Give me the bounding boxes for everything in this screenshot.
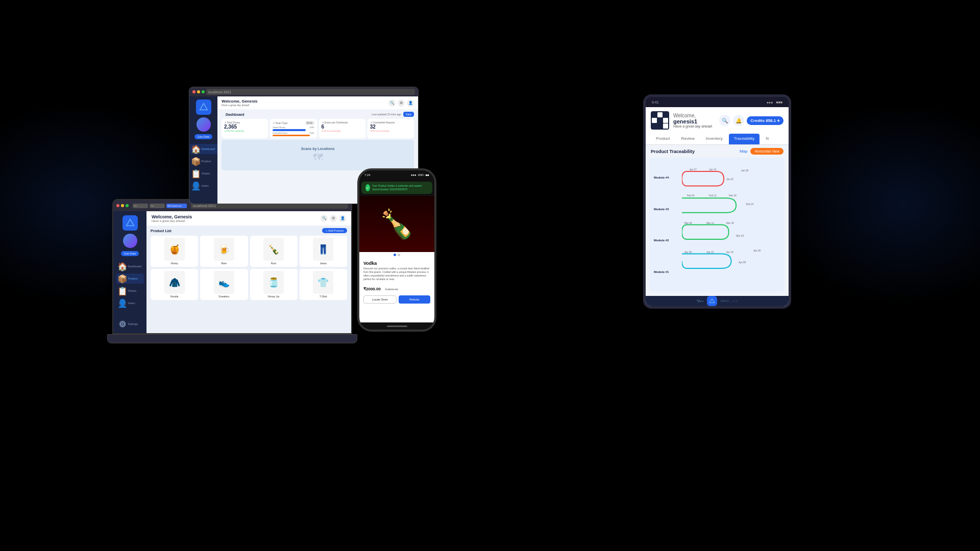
laptop-profile-btn[interactable]: 👤 xyxy=(339,215,346,222)
tab-active[interactable]: NID Dashboard xyxy=(166,204,187,208)
rum-image: 🍾 xyxy=(263,238,284,261)
profile-button[interactable]: 👤 xyxy=(407,99,414,107)
phone-mockup: 7:24 ●●● WiFi ■■ ✓ Your Product Vodka is… xyxy=(357,168,436,332)
price-row: ₹2000.00 ₹2500.00 xyxy=(363,283,430,292)
laptop-settings-item[interactable]: ⚙ Settings xyxy=(116,319,144,329)
settings-button[interactable]: ⚙ xyxy=(398,99,405,107)
stats-row: ↗ Total Scans 2,365 +2.4% from yesterday… xyxy=(217,119,418,138)
unsealed-bar xyxy=(273,135,310,137)
laptop-product-item[interactable]: 📦 Product xyxy=(116,273,144,284)
product-original-price: ₹2500.00 xyxy=(385,288,398,291)
laptop-dashboard-label: Dashboard xyxy=(128,265,142,268)
vodka-bottle-icon: 🍾 xyxy=(379,208,414,241)
tab-review[interactable]: Review xyxy=(676,134,700,144)
tablet-content: Welcome, genesis1 Have a great day ahead… xyxy=(646,107,789,306)
dashboard-header: Welcome, Genesis Have a great day ahead!… xyxy=(217,96,418,109)
add-product-button[interactable]: + Add Product xyxy=(322,228,347,233)
product-card-honey[interactable]: 🍯 Honey xyxy=(151,236,198,267)
sidebar-item-product[interactable]: 📦 Product xyxy=(190,156,217,166)
laptop-dashboard-icon: 🏠 xyxy=(119,263,126,270)
tab-traceability[interactable]: Traceability xyxy=(729,134,760,144)
product-card-beer[interactable]: 🍺 Beer xyxy=(200,236,248,267)
counterfeit-card: ↗ Counterfeit Reports 32 -8.8% from yest… xyxy=(368,119,414,138)
tablet-status-icons: ●●● ■■■ xyxy=(767,101,782,104)
product-card-honey2[interactable]: 🫙 Honey Jar xyxy=(250,269,298,300)
product-card-rum[interactable]: 🍾 Rum xyxy=(250,236,298,267)
laptop-browser-content: Cow Ghee 🏠 Dashboard 📦 Product 📋 Orders xyxy=(113,211,351,333)
signal-icon: ●●● xyxy=(411,173,416,177)
svg-marker-19 xyxy=(709,298,715,303)
product-list-title: Product List xyxy=(151,229,172,233)
product-card-sneakers[interactable]: 👟 Sneakers xyxy=(200,269,248,300)
laptop-users-item[interactable]: 👤 Users xyxy=(116,298,144,308)
svg-text:Mar 18: Mar 18 xyxy=(726,222,734,224)
laptop-dashboard-item[interactable]: 🏠 Dashboard xyxy=(116,261,144,271)
trace-content: Module #4 Module #3 Module #2 Module #1 … xyxy=(654,162,780,288)
honey2-name: Honey Jar xyxy=(268,295,280,298)
sealed-label: Sealed Scans xyxy=(273,126,285,129)
tab-n[interactable]: N xyxy=(761,134,774,144)
tablet-search-button[interactable]: 🔍 xyxy=(719,115,730,126)
svg-text:Jan 14: Jan 14 xyxy=(709,168,717,171)
svg-text:Jan 21: Jan 21 xyxy=(726,178,734,181)
welcome-subtitle: Have a great day ahead! xyxy=(222,104,258,107)
honey-image: 🍯 xyxy=(164,238,185,261)
laptop-cow-ghee-btn[interactable]: Cow Ghee xyxy=(121,251,139,256)
laptop-maximize-dot xyxy=(126,204,129,207)
address-bar[interactable]: localhost:3001 xyxy=(206,89,415,95)
tablet-welcome-sub: Have a great day ahead! xyxy=(673,124,715,128)
laptop-orders-label: Orders xyxy=(128,289,137,292)
wifi-icon: WiFi xyxy=(418,173,424,177)
laptop-settings-btn[interactable]: ⚙ xyxy=(330,215,337,222)
credits-plus-icon: + xyxy=(777,118,780,123)
tablet-status-bar: 9:41 ●●● ■■■ xyxy=(646,97,789,107)
minimize-dot xyxy=(197,90,200,93)
product-card-hoodie[interactable]: 🧥 Hoodie xyxy=(151,269,198,300)
users-label: Users xyxy=(202,184,209,187)
scan-type-bars: Sealed Scans 1345 Unsealed Scans 1542 xyxy=(273,126,314,136)
sidebar-item-orders[interactable]: 📋 Orders xyxy=(190,168,217,179)
website-button[interactable]: Website xyxy=(399,295,431,304)
honey2-image: 🫙 xyxy=(263,271,284,294)
tablet-welcome-section: Welcome, genesis1 Have a great day ahead… xyxy=(673,113,715,128)
tab-2[interactable]: Tab xyxy=(150,204,165,208)
laptop-users-icon: 👤 xyxy=(119,299,126,307)
dashboard-section-title: Dashboard xyxy=(222,111,249,117)
trace-svg-container: Jan 07 Jan 14 Jan 21 Jan 28 Feb 04 Feb 1… xyxy=(682,162,780,288)
search-button[interactable]: 🔍 xyxy=(388,99,396,107)
total-scans-value: 2,365 xyxy=(224,124,265,130)
laptop-settings-icon: ⚙ xyxy=(119,320,126,328)
laptop-orders-item[interactable]: 📋 Orders xyxy=(116,286,144,296)
scans-dist-change: -9.2% from yesterday xyxy=(322,130,363,132)
desktop-browser-mockup: Tab Tab NID Dashboard localhost:3001 Cow… xyxy=(112,199,352,347)
counterfeit-change: -8.8% from yesterday xyxy=(370,130,411,132)
tab-inventory[interactable]: Inventory xyxy=(701,134,728,144)
total-scans-change: +2.4% from yesterday xyxy=(224,130,265,132)
horizontal-view-button[interactable]: Horizontal View xyxy=(750,148,783,155)
top-browser-chrome: localhost:3001 xyxy=(189,87,418,96)
laptop-welcome-sub: Have a great day ahead! xyxy=(152,219,192,222)
sidebar-item-users[interactable]: 👤 Users xyxy=(190,181,217,191)
locate-store-button[interactable]: Locate Store xyxy=(363,295,397,304)
sidebar-logo xyxy=(196,99,211,115)
laptop-product-label: Product xyxy=(128,277,138,280)
phone-product-desc: Discover our premium vodka, a crystal cl… xyxy=(363,267,430,281)
cow-ghee-button[interactable]: Cow Ghee xyxy=(194,134,213,139)
sneakers-image: 👟 xyxy=(214,271,234,294)
scan-check-icon: ✓ xyxy=(365,184,370,191)
unsealed-label: Unsealed Scans xyxy=(273,132,287,134)
map-link[interactable]: Map xyxy=(740,149,748,154)
laptop-welcome-title: Welcome, Genesis xyxy=(152,214,192,219)
dot-2 xyxy=(398,254,400,256)
tab-1[interactable]: Tab xyxy=(133,204,148,208)
tablet-notification-button[interactable]: 🔔 xyxy=(733,115,744,126)
laptop-body: Tab Tab NID Dashboard localhost:3001 Cow… xyxy=(112,199,352,334)
laptop-search-btn[interactable]: 🔍 xyxy=(321,215,328,222)
laptop-orders-icon: 📋 xyxy=(119,287,126,294)
product-card-jeans[interactable]: 👖 Jeans xyxy=(300,236,347,267)
sidebar-item-dashboard[interactable]: 🏠 Dashboard xyxy=(190,144,217,154)
daily-button[interactable]: Daily xyxy=(403,112,414,117)
tab-product[interactable]: Product xyxy=(651,134,675,144)
product-card-tshirt[interactable]: 👕 T-Shirt xyxy=(300,269,347,300)
svg-text:Jan 28: Jan 28 xyxy=(741,169,749,172)
